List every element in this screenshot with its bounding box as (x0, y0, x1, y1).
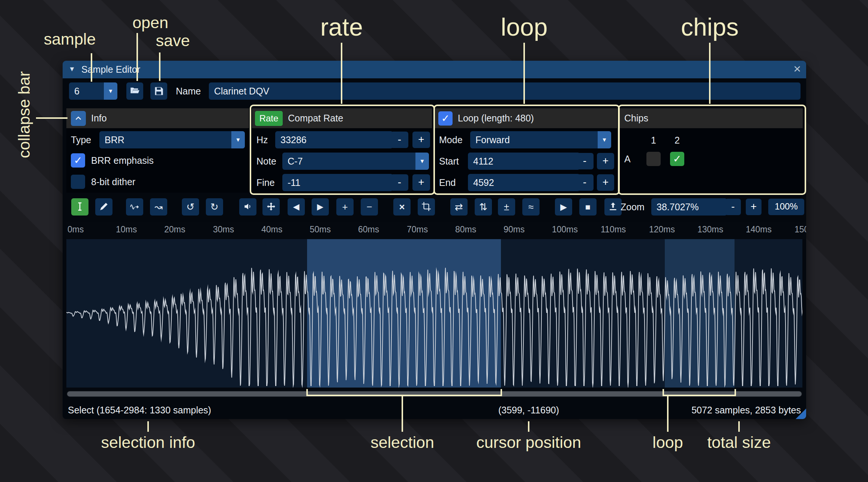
insert-silence-button[interactable]: + (336, 198, 354, 216)
save-button[interactable] (150, 82, 167, 100)
floppy-save-icon (154, 86, 164, 96)
ruler-tick-label: 30ms (213, 225, 234, 235)
annotation-total-size: total size (707, 433, 771, 452)
fade-in-button[interactable]: ◀ (288, 198, 305, 216)
reverse-button[interactable]: ⇄ (450, 198, 468, 216)
fade-in-icon: ◀ (293, 202, 300, 211)
annotation-rate: rate (320, 13, 363, 41)
info-section: Info Type BRR ▼ ✓ BRR emphasis 8-bit dit… (66, 108, 249, 193)
ruler-tick-label: 10ms (116, 225, 137, 235)
zoom-reset-button[interactable]: 100% (768, 199, 804, 215)
status-bar: Select (1654-2984: 1330 samples) (3599, … (63, 401, 806, 419)
callout-line-collapse-bar (36, 117, 67, 119)
preview-button[interactable]: ▶ (555, 198, 572, 216)
type-label: Type (71, 131, 91, 148)
resample-button[interactable]: ↝ (150, 198, 167, 216)
ruler-tick-label: 50ms (310, 225, 331, 235)
ruler-tick-label: 130ms (697, 225, 723, 235)
time-ruler[interactable]: 0ms 10ms 20ms 30ms 40ms 50ms 60ms 70ms 8… (66, 222, 806, 239)
callout-line-selection (402, 395, 403, 432)
draw-tool-button[interactable] (95, 198, 112, 216)
pencil-icon (99, 202, 109, 211)
ruler-tick-label: 0ms (67, 225, 84, 235)
ruler-tick-label: 150ms (795, 225, 806, 235)
annotation-loop-bottom: loop (652, 433, 683, 452)
check-icon: ✓ (74, 155, 82, 166)
ruler-tick-label: 70ms (407, 225, 428, 235)
resize-corner-handle[interactable] (796, 409, 806, 419)
ibeam-cursor-icon (75, 202, 85, 211)
create-wavetable-button[interactable] (604, 198, 622, 216)
chevron-down-icon[interactable]: ▼ (231, 131, 245, 148)
play-icon: ▶ (560, 202, 567, 212)
annotation-loop: loop (501, 13, 548, 41)
callout-line-chips (709, 43, 711, 104)
close-icon[interactable]: × (793, 61, 801, 76)
undo-button[interactable]: ↺ (182, 198, 199, 216)
annotation-collapse-bar: collapse bar (15, 71, 33, 158)
chevron-down-icon[interactable]: ▼ (104, 82, 117, 100)
annotation-save: save (156, 31, 190, 50)
zoom-value-input[interactable]: 38.7027% (651, 198, 727, 216)
collapse-bar-button[interactable] (71, 111, 86, 126)
redo-button[interactable]: ↻ (206, 198, 223, 216)
signedness-button[interactable]: ± (498, 198, 515, 216)
zoom-in-button[interactable]: + (746, 199, 762, 215)
crop-icon (421, 202, 431, 211)
stop-preview-button[interactable]: ■ (579, 198, 597, 216)
titlebar[interactable]: ▼ Sample Editor × (63, 61, 806, 78)
total-size-text: 5072 samples, 2853 bytes (691, 401, 801, 419)
toolbar: ↝ ↺ ↻ ◀ ▶ + − × ⇄ ⇅ (66, 198, 802, 216)
callout-line-selection-info (147, 421, 149, 432)
filter-button[interactable]: ≈ (522, 198, 540, 216)
invert-button[interactable]: ⇅ (475, 198, 492, 216)
upload-icon (608, 202, 618, 211)
waveform-view[interactable] (66, 239, 802, 388)
ruler-tick-label: 120ms (649, 225, 675, 235)
ruler-tick-label: 90ms (504, 225, 525, 235)
delete-icon: × (399, 201, 405, 213)
dither-checkbox[interactable] (71, 175, 85, 189)
window-collapse-icon[interactable]: ▼ (69, 65, 75, 73)
resample-wave-icon: ↝ (154, 201, 163, 213)
move-arrows-icon (266, 202, 276, 211)
callout-line-save (159, 52, 160, 81)
ruler-tick-label: 80ms (455, 225, 476, 235)
name-input[interactable]: Clarinet DQV (209, 82, 801, 100)
delete-button[interactable]: × (393, 198, 411, 216)
stop-icon: ■ (585, 202, 591, 212)
loop-bracket (663, 389, 736, 396)
trim-button[interactable] (418, 198, 435, 216)
callout-line-total-size (738, 421, 740, 432)
ruler-tick-label: 40ms (261, 225, 282, 235)
loop-callout-box (433, 105, 620, 195)
resize-button[interactable] (126, 198, 143, 216)
chips-callout-box (618, 105, 806, 195)
select-tool-button[interactable] (71, 198, 88, 216)
rate-callout-box (250, 105, 435, 195)
sample-select[interactable]: 6 ▼ (69, 82, 117, 100)
dither-label: 8-bit dither (91, 173, 135, 190)
normalize-button[interactable] (262, 198, 280, 216)
callout-line-cursor-position (528, 421, 529, 432)
open-button[interactable] (126, 82, 143, 100)
annotation-sample: sample (44, 30, 96, 48)
ruler-tick-label: 140ms (746, 225, 772, 235)
amplify-button[interactable] (239, 198, 256, 216)
type-select-value: BRR (105, 131, 124, 148)
apply-silence-button[interactable]: − (361, 198, 378, 216)
fade-out-button[interactable]: ▶ (312, 198, 329, 216)
annotation-chips: chips (681, 13, 739, 41)
callout-line-open (136, 33, 138, 81)
apply-silence-icon: − (366, 201, 372, 213)
waveform-canvas[interactable] (66, 239, 802, 388)
sample-select-value: 6 (74, 82, 79, 100)
annotation-open: open (132, 13, 168, 32)
fade-out-icon: ▶ (317, 202, 324, 211)
zoom-out-button[interactable]: - (725, 199, 741, 215)
redo-icon: ↻ (210, 201, 219, 213)
type-select[interactable]: BRR ▼ (99, 131, 245, 148)
brr-emphasis-checkbox[interactable]: ✓ (71, 153, 85, 168)
annotated-screenshot: ▼ Sample Editor × 6 ▼ Name Clarinet DQV (0, 0, 868, 482)
info-header: Info (66, 108, 249, 128)
